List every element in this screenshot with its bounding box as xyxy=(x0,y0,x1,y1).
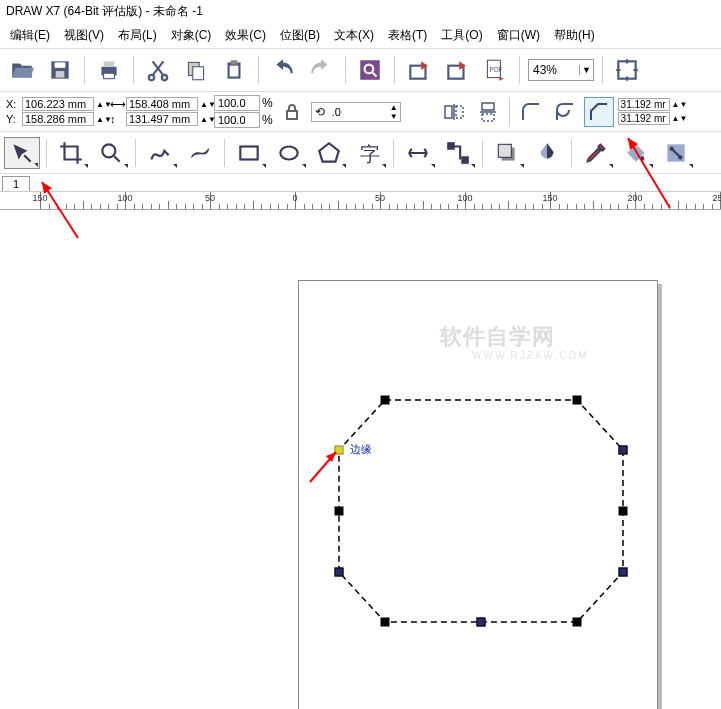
publish-pdf-button[interactable]: PDF xyxy=(479,54,511,86)
svg-rect-13 xyxy=(360,60,380,80)
title-bar: DRAW X7 (64-Bit 评估版) - 未命名 -1 xyxy=(0,0,721,23)
h-spinner[interactable]: ▲▼ xyxy=(200,116,210,123)
text-tool[interactable]: 字 xyxy=(351,137,387,169)
menu-object[interactable]: 对象(C) xyxy=(171,27,212,44)
cr2-spin[interactable]: ▲▼ xyxy=(672,114,688,123)
svg-rect-9 xyxy=(193,67,204,80)
svg-point-27 xyxy=(280,146,297,159)
import-button[interactable] xyxy=(403,54,435,86)
svg-rect-4 xyxy=(104,61,115,66)
undo-button[interactable] xyxy=(267,54,299,86)
x-spinner[interactable]: ▲▼ xyxy=(96,101,106,108)
handle-tl[interactable] xyxy=(381,396,390,405)
corner-radius-1[interactable] xyxy=(618,98,670,111)
svg-text:PDF: PDF xyxy=(490,66,503,73)
rotation-input-group[interactable]: ⟲ ▲▼ xyxy=(311,102,401,122)
handle-br[interactable] xyxy=(573,618,582,627)
menu-table[interactable]: 表格(T) xyxy=(388,27,427,44)
chamfer-corner-button[interactable] xyxy=(584,97,614,127)
rotation-spinner[interactable]: ▲▼ xyxy=(388,103,400,121)
scallop-corner-button[interactable] xyxy=(550,97,580,127)
node-bl-chamfer[interactable] xyxy=(335,568,344,577)
node-selected[interactable] xyxy=(335,446,344,455)
shape-tool[interactable] xyxy=(4,137,40,169)
pct-unit-1: % xyxy=(262,96,273,110)
redo-button[interactable] xyxy=(305,54,337,86)
mirror-v-button[interactable] xyxy=(473,97,503,127)
w-spinner[interactable]: ▲▼ xyxy=(200,101,210,108)
svg-rect-12 xyxy=(230,66,239,77)
node-b-mid[interactable] xyxy=(477,618,486,627)
node-br-chamfer[interactable] xyxy=(619,568,628,577)
size-coords: ⟷▲▼ ↕▲▼ xyxy=(110,97,210,126)
menu-effects[interactable]: 效果(C) xyxy=(225,27,266,44)
page-tab-strip: 1 xyxy=(0,174,721,192)
height-input[interactable] xyxy=(126,112,198,126)
cr1-spin[interactable]: ▲▼ xyxy=(672,100,688,109)
rotation-input[interactable] xyxy=(328,106,388,118)
snap-button[interactable] xyxy=(611,54,643,86)
artistic-media-tool[interactable] xyxy=(182,137,218,169)
handle-r[interactable] xyxy=(619,507,628,516)
y-spinner[interactable]: ▲▼ xyxy=(96,116,106,123)
canvas[interactable]: 软件自学网 WWW.RJZXW.COM 边缘 xyxy=(0,222,721,709)
eyedropper-tool[interactable] xyxy=(578,137,614,169)
y-input[interactable] xyxy=(22,112,94,126)
ellipse-tool[interactable] xyxy=(271,137,307,169)
menu-tools[interactable]: 工具(O) xyxy=(441,27,482,44)
x-input[interactable] xyxy=(22,97,94,111)
paste-button[interactable] xyxy=(218,54,250,86)
selected-shape[interactable]: 边缘 xyxy=(335,396,627,626)
menu-edit[interactable]: 编辑(E) xyxy=(10,27,50,44)
scale-h-input[interactable] xyxy=(214,112,260,128)
handle-tr[interactable] xyxy=(573,396,582,405)
connector-tool[interactable] xyxy=(440,137,476,169)
transparency-tool[interactable] xyxy=(529,137,565,169)
page-tab-1[interactable]: 1 xyxy=(2,176,30,191)
node-tr-chamfer[interactable] xyxy=(619,446,628,455)
zoom-tool[interactable] xyxy=(93,137,129,169)
interactive-fill-tool[interactable] xyxy=(658,137,694,169)
svg-marker-37 xyxy=(339,400,623,622)
x-label: X: xyxy=(6,98,20,110)
copy-button[interactable] xyxy=(180,54,212,86)
round-corner-button[interactable] xyxy=(516,97,546,127)
search-button[interactable] xyxy=(354,54,386,86)
menu-text[interactable]: 文本(X) xyxy=(334,27,374,44)
cut-button[interactable] xyxy=(142,54,174,86)
svg-text:字: 字 xyxy=(360,142,380,164)
mirror-h-button[interactable] xyxy=(439,97,469,127)
width-input[interactable] xyxy=(126,97,198,111)
watermark-text: 软件自学网 xyxy=(440,322,555,352)
svg-point-6 xyxy=(149,75,154,80)
print-button[interactable] xyxy=(93,54,125,86)
octagon-path[interactable] xyxy=(335,396,627,626)
zoom-value[interactable] xyxy=(529,63,579,77)
drop-shadow-tool[interactable] xyxy=(489,137,525,169)
toolbox-row: 字 xyxy=(0,132,721,174)
menu-help[interactable]: 帮助(H) xyxy=(554,27,595,44)
menu-window[interactable]: 窗口(W) xyxy=(497,27,540,44)
menu-view[interactable]: 视图(V) xyxy=(64,27,104,44)
rectangle-tool[interactable] xyxy=(231,137,267,169)
svg-rect-30 xyxy=(448,143,453,148)
zoom-level-input[interactable]: ▼ xyxy=(528,59,594,81)
freehand-tool[interactable] xyxy=(142,137,178,169)
handle-bl[interactable] xyxy=(381,618,390,627)
export-button[interactable] xyxy=(441,54,473,86)
polygon-tool[interactable] xyxy=(311,137,347,169)
crop-tool[interactable] xyxy=(53,137,89,169)
open-button[interactable] xyxy=(6,54,38,86)
dimension-tool[interactable] xyxy=(400,137,436,169)
svg-rect-23 xyxy=(482,103,494,110)
scale-w-input[interactable] xyxy=(214,95,260,111)
zoom-dropdown-icon[interactable]: ▼ xyxy=(579,65,593,75)
menu-bitmap[interactable]: 位图(B) xyxy=(280,27,320,44)
lock-ratio-button[interactable] xyxy=(277,97,307,127)
fill-tool[interactable] xyxy=(618,137,654,169)
corner-radius-2[interactable] xyxy=(618,112,670,125)
save-button[interactable] xyxy=(44,54,76,86)
svg-rect-22 xyxy=(456,106,463,118)
menu-layout[interactable]: 布局(L) xyxy=(118,27,157,44)
handle-l[interactable] xyxy=(335,507,344,516)
